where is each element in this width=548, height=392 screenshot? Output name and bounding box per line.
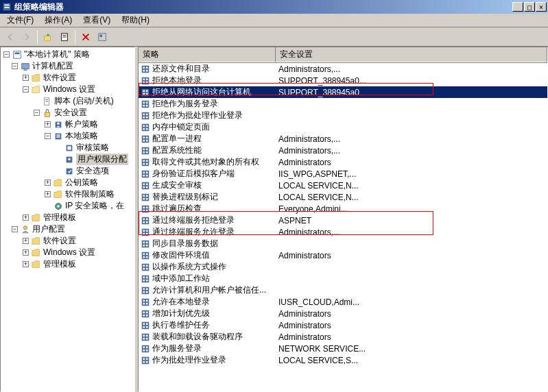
up-button[interactable]	[40, 29, 56, 45]
tree-user-config[interactable]: −用户配置	[2, 223, 133, 235]
properties-button[interactable]	[57, 29, 72, 45]
tree-audit-policy[interactable]: 审核策略	[2, 142, 133, 154]
tree-admin-templates[interactable]: +管理模板	[2, 212, 133, 223]
policy-icon	[140, 99, 151, 110]
list-row[interactable]: 修改固件环境值Administrators	[139, 249, 547, 261]
list-row[interactable]: 还原文件和目录Administrators,...	[139, 63, 547, 75]
refresh-button[interactable]	[95, 29, 110, 45]
tree-software-restriction[interactable]: +软件限制策略	[2, 188, 133, 200]
svg-rect-65	[146, 148, 148, 150]
list-row[interactable]: 拒绝本地登录SUPPORT_388945a0...	[139, 75, 547, 86]
list-row[interactable]: 域中添加工作站	[139, 273, 547, 284]
maximize-button[interactable]: □	[524, 2, 535, 12]
delete-button[interactable]	[78, 29, 93, 45]
list-row[interactable]: 内存中锁定页面	[139, 121, 547, 133]
row-policy: 内存中锁定页面	[152, 121, 276, 133]
list-row[interactable]: 允许在本地登录IUSR_CLOUD,Admi...	[139, 296, 547, 308]
column-policy[interactable]: 策略	[139, 47, 276, 62]
list-row[interactable]: 拒绝作为服务登录	[139, 98, 547, 110]
svg-rect-72	[146, 162, 148, 164]
minimize-button[interactable]: _	[512, 2, 523, 12]
tree-local-policies[interactable]: −本地策略	[2, 130, 133, 142]
svg-rect-32	[146, 69, 148, 71]
tree-public-key[interactable]: +公钥策略	[2, 177, 133, 188]
svg-rect-154	[143, 358, 145, 360]
list-row[interactable]: 允许计算机和用户帐户被信任...	[139, 284, 547, 296]
menu-view[interactable]: 查看(V)	[79, 13, 115, 27]
titlebar: 组策略编辑器 _ □ ×	[0, 0, 548, 14]
list-row[interactable]: 以操作系统方式操作	[139, 261, 547, 273]
svg-rect-33	[142, 77, 150, 84]
list-row[interactable]: 增加计划优先级Administrators	[139, 308, 547, 319]
list-row[interactable]: 作为批处理作业登录LOCAL SERVICE,S...	[139, 354, 547, 366]
svg-rect-60	[146, 136, 148, 138]
list-row[interactable]: 同步目录服务数据	[139, 238, 547, 249]
policy-icon	[140, 169, 151, 180]
tree-software-settings[interactable]: +软件设置	[2, 72, 133, 84]
menu-action[interactable]: 操作(A)	[40, 13, 76, 27]
svg-rect-156	[143, 360, 145, 363]
svg-rect-148	[142, 345, 150, 352]
close-button[interactable]: ×	[536, 2, 547, 12]
tree-label: 管理模板	[43, 258, 76, 270]
svg-rect-9	[14, 51, 21, 58]
svg-point-26	[57, 205, 60, 208]
tree-scripts[interactable]: 脚本 (启动/关机)	[2, 95, 133, 107]
list-row[interactable]: 跳过遍历检查Everyone,Admini...	[139, 203, 547, 215]
tree-label: 软件设置	[43, 235, 76, 247]
row-security: NETWORK SERVICE...	[276, 344, 547, 354]
tree-windows-settings[interactable]: −Windows 设置	[2, 84, 133, 95]
list-row[interactable]: 配置系统性能Administrators,...	[139, 145, 547, 156]
list-row[interactable]: 拒绝从网络访问这台计算机SUPPORT_388945a0	[139, 86, 547, 98]
row-security: Administrators	[276, 332, 547, 342]
menu-help[interactable]: 帮助(H)	[117, 13, 154, 27]
list-panel[interactable]: 策略 安全设置 还原文件和目录Administrators,...拒绝本地登录S…	[138, 47, 548, 392]
row-security: Administrators	[276, 309, 547, 319]
row-policy: 取得文件或其他对象的所有权	[152, 156, 276, 168]
list-row[interactable]: 作为服务登录NETWORK SERVICE...	[139, 343, 547, 354]
svg-rect-50	[146, 113, 148, 115]
column-security[interactable]: 安全设置	[276, 47, 547, 62]
list-row[interactable]: 替换进程级别标记LOCAL SERVICE,N...	[139, 191, 547, 203]
list-row[interactable]: 配置单一进程Administrators,...	[139, 133, 547, 145]
tree-account-policies[interactable]: +帐户策略	[2, 119, 133, 130]
row-policy: 拒绝本地登录	[152, 75, 276, 86]
list-row[interactable]: 通过终端服务允许登录Administrators,...	[139, 226, 547, 238]
tree-security-options[interactable]: 安全选项	[2, 165, 133, 177]
list-row[interactable]: 通过终端服务拒绝登录ASPNET	[139, 215, 547, 226]
svg-rect-29	[143, 66, 145, 69]
list-row[interactable]: 生成安全审核LOCAL SERVICE,N...	[139, 180, 547, 191]
menu-file[interactable]: 文件(F)	[3, 13, 38, 27]
svg-rect-44	[143, 101, 145, 103]
policy-icon	[140, 297, 151, 308]
list-row[interactable]: 身份验证后模拟客户端IIS_WPG,ASPNET,...	[139, 168, 547, 180]
svg-rect-77	[146, 174, 148, 176]
tree-label-selected: 用户权限分配	[76, 154, 128, 165]
row-policy: 执行卷维护任务	[152, 319, 276, 331]
svg-rect-58	[142, 135, 150, 143]
svg-rect-61	[143, 139, 145, 141]
policy-icon	[140, 64, 151, 75]
list-row[interactable]: 拒绝作为批处理作业登录	[139, 110, 547, 121]
list-row[interactable]: 取得文件或其他对象的所有权Administrators	[139, 156, 547, 168]
svg-rect-127	[146, 291, 148, 293]
svg-rect-34	[143, 78, 145, 80]
tree-windows-settings2[interactable]: +Windows 设置	[2, 247, 133, 258]
tree-computer-config[interactable]: −计算机配置	[2, 60, 133, 72]
tree-ip-security[interactable]: IP 安全策略，在	[2, 200, 133, 212]
svg-rect-67	[146, 151, 148, 153]
tree-user-rights[interactable]: 用户权限分配	[2, 154, 133, 165]
tree-software-settings2[interactable]: +软件设置	[2, 235, 133, 247]
svg-rect-99	[143, 230, 145, 232]
svg-rect-100	[146, 230, 148, 232]
tree-root[interactable]: −"本地计算机" 策略	[2, 49, 133, 60]
list-row[interactable]: 装载和卸载设备驱动程序Administrators	[139, 331, 547, 343]
svg-rect-126	[143, 291, 145, 293]
tree-admin-templates2[interactable]: +管理模板	[2, 258, 133, 270]
row-policy: 修改固件环境值	[152, 249, 276, 261]
tree-panel[interactable]: −"本地计算机" 策略 −计算机配置 +软件设置 −Windows 设置 脚本 …	[0, 47, 135, 392]
svg-rect-66	[143, 151, 145, 153]
list-row[interactable]: 执行卷维护任务Administrators	[139, 319, 547, 331]
policy-icon	[140, 355, 151, 366]
tree-security-settings[interactable]: −安全设置	[2, 107, 133, 119]
